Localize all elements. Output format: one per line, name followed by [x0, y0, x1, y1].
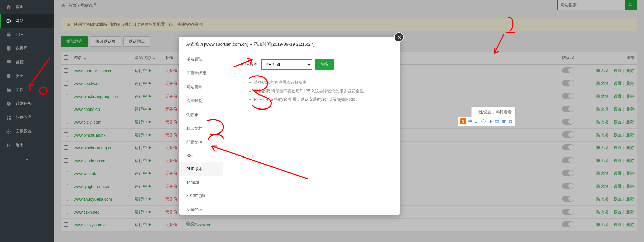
gear-icon [6, 129, 12, 134]
modal-tab-12[interactable]: 防盗链 [179, 217, 223, 231]
monitor-icon [6, 59, 12, 65]
nav-label: FTP [16, 32, 23, 37]
ime-toolbar[interactable]: S 中 [458, 117, 515, 126]
nav-software[interactable]: 软件管理 [0, 111, 54, 124]
globe-icon [6, 18, 12, 24]
modal-tab-1[interactable]: 子目录绑定 [179, 66, 223, 80]
modal-tab-5[interactable]: 默认文档 [179, 122, 223, 136]
modal-tab-0[interactable]: 域名管理 [179, 52, 223, 66]
nav-website[interactable]: 网站 [0, 14, 54, 28]
nav-label: 文件 [16, 87, 24, 93]
switch-button[interactable]: 切换 [315, 59, 334, 70]
settings-tooltip: 个性设置，点我看看 [471, 107, 515, 117]
svg-rect-15 [490, 120, 491, 122]
svg-rect-6 [7, 118, 8, 120]
nav-label: 数据库 [16, 45, 28, 51]
nav-label: 计划任务 [16, 101, 32, 106]
svg-rect-7 [9, 118, 11, 120]
home-icon [6, 4, 12, 10]
modal-tab-7[interactable]: SSL [179, 149, 223, 162]
modal-tabs: 域名管理子目录绑定网站目录流量限制伪静态默认文档配置文件SSLPHP版本Tomc… [179, 52, 223, 215]
ime-language[interactable]: 中 [468, 119, 472, 124]
modal-title: 站点修改[www.suoruan.com.cn] -- 添加时间[2019-09… [179, 37, 400, 52]
svg-point-10 [475, 122, 476, 123]
ime-keyboard-icon[interactable] [495, 119, 499, 124]
modal-tab-8[interactable]: PHP版本 [179, 162, 223, 176]
nav-label: 面板设置 [16, 128, 32, 134]
ime-mic-icon[interactable] [488, 119, 493, 124]
tip-item: 若非必要,请尽量不要使用PHP5.2,这会降低您的服务器安全性; [254, 88, 389, 94]
nav-files[interactable]: 文件 [0, 83, 54, 97]
svg-point-12 [482, 120, 486, 123]
ime-skin-icon[interactable] [501, 119, 506, 124]
nav-label: 首页 [16, 4, 24, 10]
modal-tab-6[interactable]: 配置文件 [179, 136, 223, 149]
svg-rect-2 [7, 60, 11, 63]
nav-label: 安全 [16, 73, 24, 79]
svg-point-8 [8, 131, 9, 132]
svg-rect-20 [511, 122, 512, 123]
nav-database[interactable]: 数据库 [0, 41, 54, 55]
ftp-icon [6, 32, 12, 37]
nav-label: 监控 [16, 59, 24, 65]
database-icon [6, 46, 12, 51]
svg-rect-16 [495, 120, 499, 122]
modal-close-button[interactable]: ✕ [394, 32, 404, 42]
nav-label: 退出 [16, 142, 24, 148]
php-tips: 请根据您的程序需求选择版本 若非必要,请尽量不要使用PHP5.2,这会降低您的服… [247, 80, 389, 102]
nav-ftp[interactable]: FTP [0, 28, 54, 41]
svg-rect-18 [511, 120, 512, 121]
modal-tab-4[interactable]: 伪静态 [179, 108, 223, 122]
nav-label: 网站 [16, 18, 24, 24]
svg-rect-4 [7, 116, 8, 117]
folder-icon [6, 87, 12, 93]
modal-tab-9[interactable]: Tomcat [179, 176, 223, 189]
nav-logout[interactable]: 退出 [0, 138, 54, 152]
logout-icon [6, 143, 12, 148]
ime-toolbox-icon[interactable] [508, 119, 513, 124]
tip-item: PHP7 不支持mysql扩展，默认安装mysqli以及mysql-pdo。 [254, 97, 389, 102]
svg-point-11 [476, 122, 477, 123]
ime-punct-icon[interactable] [474, 119, 479, 124]
nav-label: 软件管理 [16, 115, 32, 120]
modal-tab-11[interactable]: 反向代理 [179, 203, 223, 217]
php-version-label: PHP版本 [234, 62, 257, 67]
shield-icon [6, 73, 12, 79]
php-version-select[interactable]: PHP-56 [261, 59, 312, 70]
nav-security[interactable]: 安全 [0, 69, 54, 83]
apps-icon [6, 115, 12, 120]
svg-rect-5 [9, 116, 11, 117]
tip-item: 请根据您的程序需求选择版本 [254, 80, 389, 86]
sidebar-add[interactable]: + [0, 152, 54, 167]
nav-cron[interactable]: 计划任务 [0, 97, 54, 111]
site-edit-modal: ✕ 站点修改[www.suoruan.com.cn] -- 添加时间[2019-… [179, 37, 400, 215]
svg-rect-19 [509, 122, 510, 123]
clock-icon [6, 101, 12, 106]
svg-point-14 [484, 121, 484, 121]
modal-tab-2[interactable]: 网站目录 [179, 80, 223, 94]
modal-tab-3[interactable]: 流量限制 [179, 94, 223, 108]
nav-home[interactable]: 首页 [0, 0, 54, 14]
svg-point-13 [483, 121, 483, 121]
modal-content: PHP版本 PHP-56 切换 请根据您的程序需求选择版本 若非必要,请尽量不要… [223, 52, 400, 215]
svg-rect-17 [509, 120, 510, 121]
modal-tab-10[interactable]: 301重定向 [179, 189, 223, 203]
ime-emoji-icon[interactable] [481, 119, 486, 124]
sidebar: 首页 网站 FTP 数据库 监控 安全 文件 计划任务 软件管理 面板设置 退出… [0, 0, 54, 242]
nav-settings[interactable]: 面板设置 [0, 124, 54, 138]
sogou-logo-icon: S [460, 118, 466, 124]
nav-monitor[interactable]: 监控 [0, 55, 54, 69]
